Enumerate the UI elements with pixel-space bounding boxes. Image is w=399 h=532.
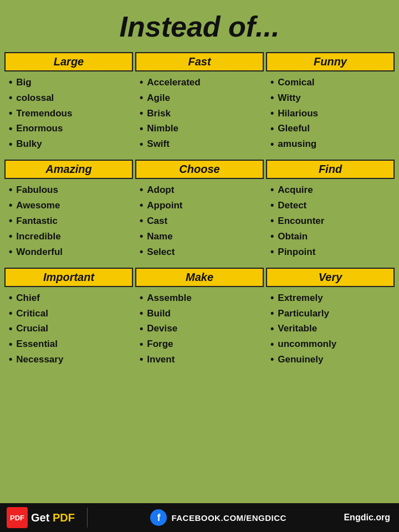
list-item: Chief <box>9 290 133 306</box>
category-header-choose: Choose <box>135 160 264 179</box>
category-header-find: Find <box>266 160 395 179</box>
category-header-very: Very <box>266 268 395 287</box>
list-item: Comical <box>270 75 395 90</box>
list-item: Name <box>140 229 264 244</box>
list-item: Witty <box>270 90 395 106</box>
list-item: Cast <box>140 213 264 229</box>
list-item: Select <box>140 244 264 260</box>
footer-divider <box>87 508 88 528</box>
list-item: Particularly <box>270 306 395 321</box>
list-item: Bulky <box>9 137 133 152</box>
get-pdf-label: Get PDF <box>31 511 75 524</box>
list-item: Devise <box>140 321 264 337</box>
list-item: Extremely <box>270 290 395 306</box>
list-item: Necessary <box>9 352 133 367</box>
category-cell-make: MakeAssembleBuildDeviseForgeInvent <box>135 267 264 372</box>
list-item: Accelerated <box>140 75 264 90</box>
list-item: colossal <box>9 90 133 106</box>
list-item: Adopt <box>140 182 264 198</box>
list-item: Encounter <box>270 213 395 229</box>
list-item: uncommonly <box>270 337 395 352</box>
list-item: Hilarious <box>270 106 395 121</box>
category-header-funny: Funny <box>266 52 395 71</box>
list-item: amusing <box>270 137 395 152</box>
list-item: Crucial <box>9 321 133 337</box>
category-cell-funny: FunnyComicalWittyHilariousGleefulamusing <box>266 51 395 156</box>
list-item: Big <box>9 75 133 90</box>
list-item: Enormous <box>9 121 133 137</box>
list-item: Fabulous <box>9 182 133 198</box>
list-item: Brisk <box>140 106 264 121</box>
page-title: Instead of... <box>0 0 399 51</box>
category-cell-large: LargeBigcolossalTremendousEnormousBulky <box>4 51 133 156</box>
category-cell-fast: FastAcceleratedAgileBriskNimbleSwift <box>135 51 264 156</box>
footer: PDF Get PDF f FACEBOOK.COM/ENGDICC Engdi… <box>0 503 399 532</box>
list-item: Assemble <box>140 290 264 306</box>
list-item: Critical <box>9 306 133 321</box>
list-item: Veritable <box>270 321 395 337</box>
list-item: Swift <box>140 137 264 152</box>
pdf-bold: PDF <box>53 511 75 524</box>
category-header-fast: Fast <box>135 52 264 71</box>
category-cell-choose: ChooseAdoptAppointCastNameSelect <box>135 158 264 264</box>
facebook-section: f FACEBOOK.COM/ENGDICC <box>93 509 344 526</box>
category-cell-find: FindAcquireDetectEncounterObtainPinpoint <box>266 158 395 264</box>
facebook-url: FACEBOOK.COM/ENGDICC <box>171 513 287 523</box>
list-item: Wonderful <box>9 244 133 260</box>
list-item: Tremendous <box>9 106 133 121</box>
list-item: Nimble <box>140 121 264 137</box>
list-item: Detect <box>270 198 395 213</box>
category-header-make: Make <box>135 268 264 287</box>
list-item: Essential <box>9 337 133 352</box>
word-grid: LargeBigcolossalTremendousEnormousBulkyF… <box>0 51 399 372</box>
category-header-amazing: Amazing <box>4 160 133 179</box>
category-header-important: Important <box>4 268 133 287</box>
list-item: Awesome <box>9 198 133 213</box>
list-item: Acquire <box>270 182 395 198</box>
pdf-section: PDF Get PDF <box>0 503 81 532</box>
list-item: Pinpoint <box>270 244 395 260</box>
category-cell-very: VeryExtremelyParticularlyVeritableuncomm… <box>266 267 395 372</box>
category-cell-amazing: AmazingFabulousAwesomeFantasticIncredibl… <box>4 158 133 264</box>
list-item: Agile <box>140 90 264 106</box>
list-item: Incredible <box>9 229 133 244</box>
list-item: Fantastic <box>9 213 133 229</box>
pdf-icon: PDF <box>7 507 28 528</box>
category-header-large: Large <box>4 52 133 71</box>
list-item: Forge <box>140 337 264 352</box>
list-item: Obtain <box>270 229 395 244</box>
website-url: Engdic.org <box>344 513 399 523</box>
list-item: Invent <box>140 352 264 367</box>
list-item: Genuinely <box>270 352 395 367</box>
list-item: Appoint <box>140 198 264 213</box>
category-cell-important: ImportantChiefCriticalCrucialEssentialNe… <box>4 267 133 372</box>
list-item: Build <box>140 306 264 321</box>
list-item: Gleeful <box>270 121 395 137</box>
facebook-icon: f <box>150 509 167 526</box>
